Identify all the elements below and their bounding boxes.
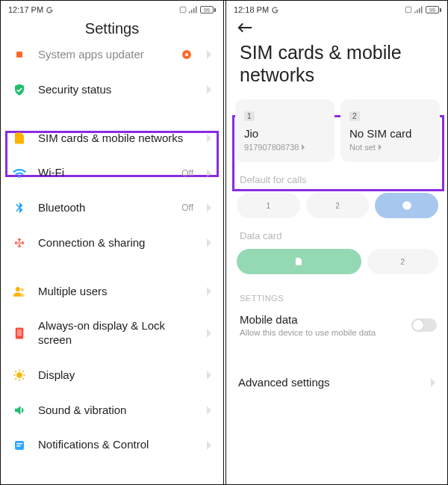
signal-icon	[189, 6, 198, 13]
svg-point-7	[16, 372, 22, 378]
calls-option-ask[interactable]	[375, 193, 438, 218]
page-title: SIM cards & mobile networks	[226, 37, 448, 99]
battery-icon: 99	[200, 6, 216, 13]
svg-rect-11	[405, 7, 411, 13]
chevron-right-icon	[205, 371, 213, 380]
row-notifications[interactable]: Notifications & Control	[1, 427, 223, 463]
row-label: Bluetooth	[38, 201, 171, 215]
calls-option-2[interactable]: 2	[306, 193, 370, 218]
row-advanced-settings[interactable]: Advanced settings	[226, 362, 448, 402]
row-label: Wi-Fi	[38, 166, 171, 180]
sim-slot-badge: 2	[349, 111, 360, 121]
page-title: Settings	[1, 16, 223, 48]
row-system-apps-updater[interactable]: System apps updater	[1, 48, 223, 72]
data-option-1[interactable]	[237, 249, 361, 274]
row-label: Display	[38, 368, 195, 383]
sound-icon	[11, 404, 28, 417]
wifi-state: Off	[181, 168, 193, 179]
chevron-right-icon	[205, 169, 213, 178]
battery-pct: 99	[429, 7, 435, 13]
battery-icon: 99	[426, 6, 441, 13]
bt-state: Off	[181, 203, 193, 213]
battery-pct: 99	[204, 7, 210, 13]
status-time: 12:17 PM	[8, 5, 43, 14]
row-sim-cards[interactable]: SIM cards & mobile networks	[1, 121, 223, 156]
chevron-right-icon	[205, 134, 213, 143]
sim-card-1[interactable]: 1 Jio 917907808738	[235, 99, 335, 162]
row-label: Multiple users	[38, 285, 195, 299]
notifications-icon	[11, 439, 28, 452]
svg-rect-0	[180, 7, 186, 13]
chevron-right-icon	[205, 441, 213, 450]
default-calls-segment: 1 2	[226, 193, 448, 218]
chevron-right-icon	[429, 378, 437, 387]
sim-icon	[11, 132, 28, 145]
shield-icon	[11, 83, 28, 96]
chevron-right-icon	[205, 85, 213, 94]
sim-number: Not set	[349, 143, 431, 152]
bluetooth-icon	[11, 201, 28, 214]
back-button[interactable]	[237, 23, 253, 36]
data-option-2[interactable]: 2	[367, 249, 438, 274]
svg-point-2	[185, 53, 188, 56]
row-label: Notifications & Control	[38, 438, 195, 452]
nfc-icon	[405, 6, 412, 13]
row-label: Advanced settings	[238, 376, 330, 389]
svg-rect-9	[16, 443, 22, 445]
chevron-right-icon	[205, 329, 213, 338]
mobile-data-subtitle: Allow this device to use mobile data	[240, 328, 411, 337]
calls-option-1[interactable]: 1	[237, 193, 300, 218]
users-icon	[11, 285, 28, 298]
nfc-icon	[179, 6, 187, 13]
google-icon	[271, 6, 279, 14]
brightness-icon	[11, 368, 28, 382]
wifi-icon	[11, 167, 28, 180]
status-bar: 12:17 PM 99	[1, 1, 223, 16]
data-card-label: Data card	[226, 218, 448, 249]
chevron-right-icon	[377, 144, 383, 150]
row-connection-sharing[interactable]: Connection & sharing	[1, 226, 223, 261]
updater-icon	[16, 52, 22, 58]
row-sound-vibration[interactable]: Sound & vibration	[1, 393, 223, 428]
sim-name: No SIM card	[349, 127, 431, 140]
mobile-data-toggle[interactable]	[411, 318, 437, 332]
signal-icon	[414, 6, 423, 13]
status-time: 12:18 PM	[234, 5, 269, 14]
svg-rect-6	[17, 330, 22, 336]
status-bar: 12:18 PM 99	[226, 1, 448, 16]
row-mobile-data[interactable]: Mobile data Allow this device to use mob…	[226, 310, 448, 350]
chevron-right-icon	[205, 406, 213, 415]
update-badge-icon	[178, 49, 195, 61]
row-security-status[interactable]: Security status	[1, 72, 223, 108]
data-card-segment: 2	[226, 249, 448, 274]
row-label: SIM cards & mobile networks	[38, 132, 195, 146]
row-label: Security status	[38, 83, 195, 97]
row-label: Connection & sharing	[38, 236, 195, 250]
google-icon	[46, 6, 54, 14]
sim-number: 917907808738	[244, 143, 326, 152]
row-multiple-users[interactable]: Multiple users	[1, 274, 223, 309]
sim-settings-screen: 12:18 PM 99 SIM cards & mobile networks …	[226, 1, 448, 484]
mobile-data-title: Mobile data	[240, 313, 411, 326]
row-label: Always-on display & Lock screen	[38, 319, 195, 347]
row-wifi[interactable]: Wi-Fi Off	[1, 155, 223, 191]
sim-mini-icon	[294, 256, 303, 267]
sim-name: Jio	[244, 127, 326, 140]
svg-rect-10	[16, 445, 20, 447]
row-display[interactable]: Display	[1, 358, 223, 393]
sim-slot-badge: 1	[244, 111, 255, 121]
row-bluetooth[interactable]: Bluetooth Off	[1, 191, 223, 226]
row-aod-lockscreen[interactable]: Always-on display & Lock screen	[1, 309, 223, 358]
chevron-right-icon	[205, 238, 213, 247]
sim-card-2[interactable]: 2 No SIM card Not set	[340, 99, 440, 162]
chevron-right-icon	[205, 287, 213, 296]
row-label: System apps updater	[38, 48, 168, 62]
lockscreen-icon	[11, 327, 28, 340]
svg-point-3	[16, 287, 20, 291]
chevron-right-icon	[205, 50, 213, 59]
row-label: Sound & vibration	[38, 404, 195, 418]
share-icon	[11, 236, 28, 250]
chevron-right-icon	[205, 203, 213, 212]
default-for-calls-label: Default for calls	[226, 162, 448, 193]
svg-point-4	[21, 288, 25, 291]
